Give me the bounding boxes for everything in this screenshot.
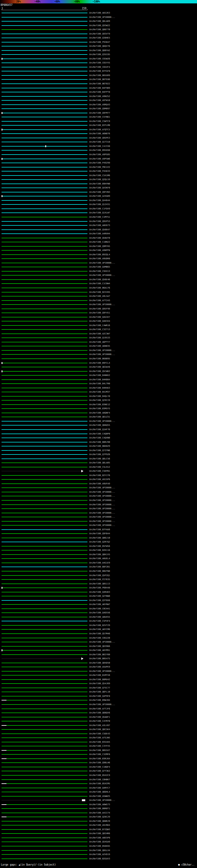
- hit-row[interactable]: UniRef100_A7QTC5: [0, 127, 197, 132]
- hit-row[interactable]: UniRef100_B4KHU3: [0, 386, 197, 390]
- hit-row[interactable]: UniRef100_Q44644: [0, 198, 197, 203]
- hit-label[interactable]: UniRef100_C5L912: [89, 466, 110, 468]
- hit-row[interactable]: UniRef100_Q5ADF1: [0, 715, 197, 719]
- hit-row[interactable]: UniRef100_Q6LA05: [0, 461, 197, 465]
- hit-label[interactable]: UniRef100_P27635: [89, 578, 110, 581]
- hit-label[interactable]: UniRef100_B3RJ64: [89, 757, 110, 760]
- hit-row[interactable]: UniRef100_C0S220: [0, 636, 197, 640]
- hit-row[interactable]: UniRef100_A6PTY7: [0, 340, 197, 344]
- hit-row[interactable]: UniRef100_A8E673: [0, 223, 197, 227]
- hit-label[interactable]: UniRef100_Q58UT0: [89, 237, 110, 239]
- hit-label[interactable]: UniRef100_C1FDX9: [89, 208, 110, 210]
- hit-label[interactable]: UniRef100_Q44644: [89, 199, 110, 202]
- hit-row[interactable]: UniRef100_C3YFV5: [0, 744, 197, 748]
- hit-row[interactable]: UniRef100_Q6LAD9: [0, 19, 197, 23]
- hit-row[interactable]: UniRef100_B3RJ64: [0, 756, 197, 761]
- hit-row[interactable]: UniRef100_A3LV87: [0, 723, 197, 727]
- hit-row[interactable]: UniRef100_Q7P9Z6: [0, 452, 197, 457]
- hit-row[interactable]: UniRef100_UPI0000...: [0, 273, 197, 277]
- hit-row[interactable]: UniRef100_Q9FVN3: [0, 190, 197, 194]
- hit-label[interactable]: UniRef100_UPI0000...: [89, 262, 115, 264]
- hit-row[interactable]: UniRef100_Q08770: [0, 27, 197, 32]
- hit-row[interactable]: UniRef100_B8RJ90: [0, 440, 197, 444]
- hit-row[interactable]: UniRef100_C1MY51: [0, 215, 197, 219]
- hit-row[interactable]: UniRef100_UPI0000...: [0, 669, 197, 673]
- hit-row[interactable]: UniRef100_Q6CSK4: [0, 727, 197, 732]
- hit-label[interactable]: UniRef100_B9SED8: [89, 149, 110, 152]
- hit-label[interactable]: UniRef100_Q3SC85: [89, 53, 110, 56]
- hit-label[interactable]: UniRef100_Q9SF99: [89, 308, 110, 310]
- hit-label[interactable]: UniRef100_C4QXN0: [89, 437, 110, 439]
- hit-label[interactable]: UniRef100_UPI0000...: [89, 353, 115, 355]
- hit-row[interactable]: UniRef100_Q5XGA9: [0, 840, 197, 844]
- hit-label[interactable]: UniRef100_Q06J10: [89, 537, 110, 539]
- hit-label[interactable]: UniRef100_A9JSP6: [89, 478, 110, 480]
- hit-row[interactable]: UniRef100_B1MTV8: [0, 673, 197, 677]
- hit-row[interactable]: UniRef100_C5YN61: [0, 115, 197, 119]
- hit-label[interactable]: UniRef100_Q57M46: [89, 632, 110, 635]
- hit-row[interactable]: UniRef100_Q6LC56: [0, 457, 197, 461]
- hit-label[interactable]: UniRef100_B3NE12: [89, 403, 110, 406]
- hit-row[interactable]: UniRef100_B0S475: [0, 656, 197, 661]
- hit-row[interactable]: UniRef100_UPI0000...: [0, 702, 197, 707]
- hit-label[interactable]: UniRef100_B2Y1T6: [89, 474, 110, 477]
- hit-row[interactable]: UniRef100_A9UDR8: [0, 256, 197, 261]
- hit-label[interactable]: UniRef100_Q4D3X4: [89, 320, 110, 322]
- hit-label[interactable]: UniRef100_Q7T3K2: [89, 770, 110, 772]
- hit-row[interactable]: UniRef100_P49299: [0, 161, 197, 165]
- hit-row[interactable]: UniRef100_B4KB84: [0, 377, 197, 382]
- hit-row[interactable]: UniRef100_B9FCL4: [0, 361, 197, 365]
- hit-label[interactable]: UniRef100_Q6BQV6: [89, 712, 110, 714]
- hit-row[interactable]: UniRef100_UPI0000...: [0, 352, 197, 356]
- hit-row[interactable]: UniRef100_A9PSW6: [0, 157, 197, 161]
- hit-row[interactable]: UniRef100_A5WW25: [0, 794, 197, 798]
- hit-row[interactable]: UniRef100_B4LTR0: [0, 381, 197, 386]
- hit-label[interactable]: UniRef100_P49299: [89, 162, 110, 164]
- hit-row[interactable]: UniRef100_P45633: [0, 169, 197, 173]
- hit-row[interactable]: UniRef100_A9JSP6: [0, 477, 197, 482]
- hit-label[interactable]: UniRef100_Q54J69: [89, 682, 110, 685]
- hit-label[interactable]: UniRef100_A6N035: [89, 345, 110, 347]
- hit-label[interactable]: UniRef100_A8E5P8: [89, 837, 110, 839]
- hit-label[interactable]: UniRef100_UPI0000...: [89, 799, 115, 802]
- hit-label[interactable]: UniRef100_Q19533: [89, 337, 110, 339]
- hit-row[interactable]: UniRef100_A8E5P8: [0, 836, 197, 840]
- hit-label[interactable]: UniRef100_C1MY51: [89, 216, 110, 218]
- hit-label[interactable]: UniRef100_B5DE65: [89, 845, 110, 847]
- hit-label[interactable]: UniRef100_C5DE43: [89, 733, 110, 735]
- hit-row[interactable]: UniRef100_C5L912: [0, 465, 197, 469]
- hit-label[interactable]: UniRef100_C1C0W4: [89, 282, 110, 285]
- hit-label[interactable]: UniRef100_A2C3W7: [89, 333, 110, 335]
- hit-row[interactable]: UniRef100_Q4P9F8: [0, 694, 197, 698]
- hit-row[interactable]: UniRef100_UPI0000...: [0, 511, 197, 515]
- hit-label[interactable]: UniRef100_B0UTN8: [89, 570, 110, 572]
- hit-label[interactable]: UniRef100_B68B95: [89, 358, 110, 360]
- hit-label[interactable]: UniRef100_B4KHU3: [89, 387, 110, 389]
- hit-row[interactable]: UniRef100_C1FDX9: [0, 207, 197, 211]
- hit-label[interactable]: UniRef100_UPI0000...: [89, 507, 115, 510]
- hit-row[interactable]: UniRef100_Q58UT0: [0, 236, 197, 240]
- hit-row[interactable]: UniRef100_UPI0000...: [0, 506, 197, 511]
- hit-row[interactable]: UniRef100_A4RXH4: [0, 231, 197, 236]
- hit-row[interactable]: UniRef100_B7FGF8: [0, 69, 197, 73]
- hit-row[interactable]: UniRef100_B4JM37: [0, 390, 197, 394]
- hit-label[interactable]: UniRef100_A9NZS2: [89, 95, 110, 98]
- hit-label[interactable]: UniRef100_Q2QLS9: [89, 178, 110, 181]
- hit-label[interactable]: UniRef100_Q61Z31: [89, 416, 110, 418]
- hit-label[interactable]: UniRef100_Q38HE5: [89, 37, 110, 39]
- hit-row[interactable]: UniRef100_UPI0000...: [0, 640, 197, 644]
- hit-label[interactable]: UniRef100_Q9FM77: [89, 112, 110, 114]
- hit-label[interactable]: UniRef100_Q1XLW7: [89, 212, 110, 214]
- hit-row[interactable]: UniRef100_Q66Q55: [0, 423, 197, 427]
- hit-label[interactable]: UniRef100_Q6LA05: [89, 462, 110, 464]
- hit-label[interactable]: UniRef100_A6YRW7: [89, 603, 110, 606]
- hit-row[interactable]: UniRef100_Q61Z31: [0, 415, 197, 419]
- hit-label[interactable]: UniRef100_B6SGR9: [89, 74, 110, 77]
- hit-label[interactable]: UniRef100_Q93VT9: [89, 33, 110, 35]
- hit-row[interactable]: UniRef100_B0R0T1: [0, 806, 197, 811]
- hit-row[interactable]: UniRef100_A9NZS2: [0, 94, 197, 98]
- hit-row[interactable]: UniRef100_UPI0000...: [0, 498, 197, 502]
- hit-label[interactable]: UniRef100_C0S220: [89, 637, 110, 639]
- hit-row[interactable]: UniRef100_UPI0000...: [0, 798, 197, 802]
- hit-row[interactable]: UniRef100_Q56E46: [0, 277, 197, 282]
